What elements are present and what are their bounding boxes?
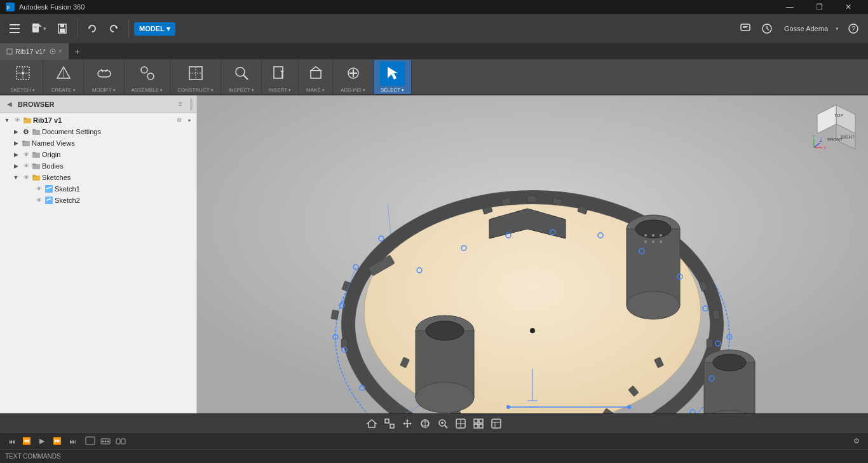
eye-icon-bodies[interactable]: 👁 — [22, 162, 31, 170]
settings-icon-root[interactable]: ⚙ — [175, 116, 184, 125]
eye-icon-origin[interactable]: 👁 — [22, 150, 31, 159]
zoom-button[interactable] — [435, 416, 451, 431]
insert-button[interactable] — [268, 62, 293, 86]
browser-resize-handle[interactable] — [190, 98, 193, 111]
svg-text:Y: Y — [812, 134, 815, 139]
maximize-button[interactable]: ❐ — [804, 0, 834, 14]
insert-label[interactable]: INSERT ▾ — [269, 87, 291, 93]
timeline-expand-button[interactable] — [114, 435, 127, 448]
svg-point-25 — [51, 50, 53, 52]
tree-arrow-named-views[interactable]: ▶ — [11, 139, 20, 148]
browser-collapse-button[interactable]: ◀ — [4, 99, 15, 110]
minimize-button[interactable]: — — [775, 0, 804, 14]
svg-rect-87 — [341, 339, 348, 348]
file-menu-button[interactable]: ▾ — [27, 23, 50, 34]
create-button[interactable] — [51, 62, 76, 86]
svg-marker-169 — [406, 419, 409, 421]
eye-icon-sketch1[interactable]: 👁 — [34, 184, 43, 193]
assemble-label[interactable]: ASSEMBLE ▾ — [132, 87, 163, 93]
add-ins-label[interactable]: ADD-INS ▾ — [341, 87, 365, 93]
browser-options-button[interactable]: ≡ — [175, 99, 186, 110]
construct-button[interactable] — [183, 62, 208, 86]
visual-style-button[interactable] — [489, 416, 504, 431]
tree-label-bodies: Bodies — [42, 162, 64, 170]
timeline-view-button[interactable] — [84, 435, 97, 448]
user-name[interactable]: Gosse Adema — [779, 25, 833, 32]
tree-arrow-bodies[interactable]: ▶ — [11, 162, 20, 170]
visibility-icon-root[interactable]: ● — [185, 116, 194, 125]
svg-line-163 — [814, 143, 820, 148]
gear-icon-doc-settings: ⚙ — [22, 127, 31, 136]
make-label[interactable]: MAKE ▾ — [306, 87, 325, 93]
tree-item-sketches[interactable]: ▼ 👁 Sketches — [0, 172, 196, 183]
pan-button[interactable] — [400, 416, 415, 431]
select-button[interactable] — [380, 62, 405, 86]
step-forward-end-button[interactable]: ⏭ — [66, 435, 79, 448]
add-ins-button[interactable] — [341, 62, 366, 86]
play-button[interactable]: ▶ — [36, 435, 48, 448]
select-label[interactable]: SELECT ▾ — [381, 87, 404, 93]
document-tab[interactable]: Rib17 v1* × — [0, 43, 69, 60]
step-back-button[interactable]: ⏪ — [20, 435, 33, 448]
inspect-label[interactable]: INSPECT ▾ — [228, 87, 254, 93]
tree-arrow-origin[interactable]: ▶ — [11, 150, 20, 159]
svg-text:Z: Z — [820, 138, 823, 142]
comment-button[interactable] — [736, 22, 755, 36]
svg-point-117 — [713, 354, 746, 371]
tree-item-named-views[interactable]: ▶ Named Views — [0, 137, 196, 149]
add-ins-icon — [344, 64, 362, 83]
orbit-button[interactable] — [417, 416, 433, 431]
undo-button[interactable] — [83, 22, 102, 36]
viewcube[interactable]: FRONT RIGHT TOP X Y Z — [811, 102, 862, 153]
3d-model-canvas[interactable] — [197, 95, 868, 413]
tab-close-button[interactable]: × — [58, 48, 62, 55]
ribbon-group-insert: INSERT ▾ — [262, 60, 299, 94]
modify-label[interactable]: MODIFY ▾ — [92, 87, 116, 93]
sketch-label[interactable]: SKETCH ▾ — [10, 87, 35, 93]
step-back-start-button[interactable]: ⏮ — [5, 435, 18, 448]
tree-arrow-doc-settings[interactable]: ▶ — [11, 127, 20, 136]
svg-point-152 — [627, 405, 631, 409]
step-forward-button[interactable]: ⏩ — [51, 435, 64, 448]
construct-label[interactable]: CONSTRUCT ▾ — [177, 87, 213, 93]
titlebar: F Autodesk Fusion 360 — ❐ ✕ — [0, 0, 868, 14]
tree-item-doc-settings[interactable]: ▶ ⚙ Document Settings — [0, 126, 196, 137]
save-button[interactable] — [53, 22, 72, 36]
ribbon-group-select: SELECT ▾ — [374, 60, 412, 94]
svg-text:RIGHT: RIGHT — [841, 135, 855, 139]
timeline-compute-button[interactable] — [99, 435, 112, 448]
svg-point-105 — [652, 234, 654, 237]
tree-item-sketch1[interactable]: 👁 Sketch1 — [0, 183, 196, 195]
display-mode-button[interactable] — [453, 416, 468, 431]
help-button[interactable]: ? — [844, 22, 863, 36]
tree-arrow-sketches[interactable]: ▼ — [11, 173, 20, 182]
fit-to-window-button[interactable] — [382, 416, 397, 431]
tree-item-bodies[interactable]: ▶ 👁 Bodies — [0, 160, 196, 172]
inspect-button[interactable] — [229, 62, 254, 86]
history-button[interactable] — [757, 22, 776, 36]
svg-rect-187 — [492, 419, 501, 428]
tree-label-sketch2: Sketch2 — [55, 197, 80, 204]
redo-button[interactable] — [104, 22, 123, 36]
main-layout: ◀ BROWSER ≡ ▼ 👁 Rib17 v1 ⚙ ● ▶ ⚙ — [0, 95, 868, 413]
close-button[interactable]: ✕ — [834, 0, 863, 14]
tree-item-origin[interactable]: ▶ 👁 Origin — [0, 149, 196, 160]
home-view-button[interactable] — [364, 416, 379, 431]
sketch-button[interactable] — [10, 62, 36, 86]
app-menu-icon[interactable] — [5, 19, 24, 38]
create-label[interactable]: CREATE ▾ — [51, 87, 75, 93]
modify-button[interactable] — [92, 62, 117, 86]
tree-item-root[interactable]: ▼ 👁 Rib17 v1 ⚙ ● — [0, 114, 196, 126]
eye-icon-root[interactable]: 👁 — [13, 116, 22, 125]
eye-icon-sketch2[interactable]: 👁 — [34, 196, 43, 205]
grid-button[interactable] — [471, 416, 486, 431]
new-tab-button[interactable]: + — [69, 43, 86, 60]
eye-icon-sketches[interactable]: 👁 — [22, 173, 31, 182]
viewport[interactable]: FRONT RIGHT TOP X Y Z — [197, 95, 868, 413]
make-button[interactable] — [303, 62, 329, 86]
timeline-settings-button[interactable]: ⚙ — [850, 435, 863, 448]
tree-item-sketch2[interactable]: 👁 Sketch2 — [0, 195, 196, 206]
model-mode-button[interactable]: MODEL ▾ — [134, 22, 175, 36]
tree-arrow-root[interactable]: ▼ — [3, 116, 11, 125]
assemble-button[interactable] — [135, 62, 160, 86]
